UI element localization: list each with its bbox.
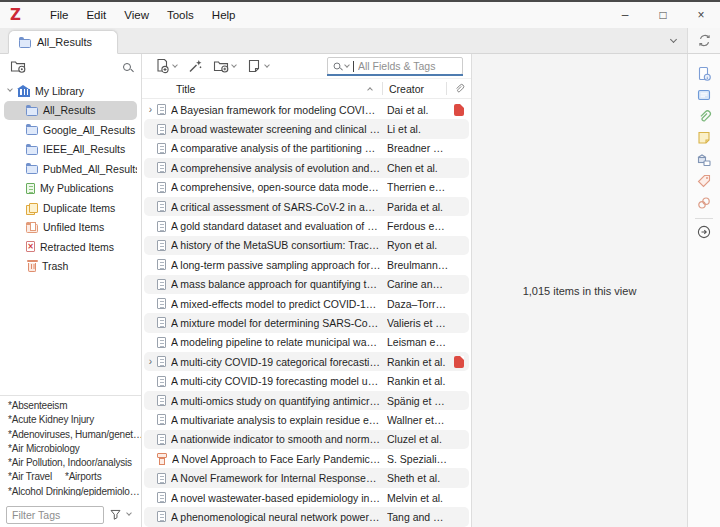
table-row[interactable]: A nationwide indicator to smooth and nor…	[144, 430, 469, 449]
libraries-collections-tab-button[interactable]	[692, 149, 716, 171]
new-item-button[interactable]	[150, 56, 181, 76]
sync-icon	[697, 33, 712, 48]
tag[interactable]: *Air Pollution, Indoor/analysis	[8, 456, 132, 470]
chevron-down-icon	[344, 62, 350, 68]
related-tab-button[interactable]	[692, 192, 716, 214]
sidebar-item[interactable]: My Publications	[4, 179, 137, 199]
table-row[interactable]: A Novel Framework for Internal Responses…	[144, 468, 469, 487]
item-title: A multi-omics study on quantifying antim…	[171, 395, 387, 407]
notes-tab-button[interactable]	[692, 128, 716, 150]
folder-icon	[26, 126, 38, 135]
table-row[interactable]: A Novel Approach to Face Early Pandemics…	[144, 449, 469, 468]
table-row[interactable]: A multi-city COVID-19 categorical foreca…	[144, 352, 469, 371]
menu-item[interactable]: View	[115, 6, 158, 24]
table-row[interactable]: A mixed-effects model to predict COVID-1…	[144, 294, 469, 313]
search-input[interactable]	[358, 60, 457, 72]
search-collections-button[interactable]	[123, 57, 131, 75]
menu-item[interactable]: Edit	[77, 6, 115, 24]
menu-item[interactable]: Tools	[158, 6, 203, 24]
table-row[interactable]: A history of the MetaSUB consortium: Tra…	[144, 236, 469, 255]
new-note-button[interactable]	[242, 56, 273, 76]
tags-tab-button[interactable]	[692, 171, 716, 193]
item-title: A comprehensive analysis of evolution an…	[171, 162, 387, 174]
tag[interactable]: *Air Microbiology	[8, 442, 80, 456]
locate-button[interactable]	[692, 222, 716, 244]
menu-item[interactable]: File	[41, 6, 78, 24]
item-title: A modeling pipeline to relate municipal …	[171, 336, 387, 348]
magic-wand-icon	[187, 58, 203, 74]
expand-chevron[interactable]	[144, 357, 157, 367]
item-creator: Rankin et al.	[387, 356, 448, 368]
table-row[interactable]: A comparative analysis of the partitioni…	[144, 139, 469, 158]
maximize-button[interactable]: □	[644, 2, 682, 28]
table-row[interactable]: A modeling pipeline to relate municipal …	[144, 333, 469, 352]
sidebar-item[interactable]: Trash	[4, 257, 137, 277]
close-button[interactable]: ×	[682, 2, 720, 28]
table-row[interactable]: A Bayesian framework for modeling COVID-…	[144, 100, 469, 119]
text-caret	[353, 61, 354, 72]
sidebar-item-my-library[interactable]: My Library	[4, 81, 137, 101]
column-header-attachment[interactable]	[447, 83, 471, 95]
tag[interactable]: *Adenoviruses, Human/genet…	[8, 428, 141, 442]
tag[interactable]: *Airports	[65, 470, 102, 484]
sidebar-item[interactable]: PubMed_All_Results	[4, 159, 137, 179]
table-row[interactable]: A novel wastewater-based epidemiology in…	[144, 488, 469, 507]
tag[interactable]: *Air Travel	[8, 470, 52, 484]
info-tab-button[interactable]	[692, 63, 716, 85]
table-row[interactable]: A critical assessment of SARS-CoV-2 in a…	[144, 197, 469, 216]
sync-button[interactable]	[687, 28, 720, 53]
table-row[interactable]: A comprehensive analysis of evolution an…	[144, 158, 469, 177]
pdf-attachment-icon	[454, 104, 464, 116]
chevron-down-icon	[669, 35, 676, 42]
new-collection-icon	[10, 58, 26, 74]
sidebar-item[interactable]: Retracted Items	[4, 237, 137, 257]
add-attachment-button[interactable]	[209, 56, 240, 76]
new-item-icon	[154, 58, 170, 74]
sidebar-item[interactable]: IEEE_All_Results	[4, 140, 137, 160]
table-row[interactable]: A broad wastewater screening and clinica…	[144, 119, 469, 138]
table-row[interactable]: A multivariate analysis to explain resid…	[144, 410, 469, 429]
folder-icon	[26, 165, 38, 174]
attachments-tab-button[interactable]	[692, 106, 716, 128]
table-row[interactable]: A gold standard dataset and evaluation o…	[144, 216, 469, 235]
minimize-button[interactable]: –	[606, 2, 644, 28]
sidebar-item-label: Retracted Items	[40, 241, 114, 253]
abstract-tab-button[interactable]	[692, 85, 716, 107]
tab-all-results[interactable]: All_Results	[8, 30, 118, 54]
item-creator: Carine an…	[387, 278, 448, 290]
document-icon	[157, 104, 166, 115]
tag[interactable]: *Alcohol Drinking/epidemiolo…	[8, 485, 140, 496]
column-header-title[interactable]: Title	[142, 83, 382, 95]
new-collection-button[interactable]	[10, 58, 26, 74]
table-row[interactable]: A multi-omics study on quantifying antim…	[144, 391, 469, 410]
sidenav-divider	[695, 218, 713, 219]
document-icon	[157, 434, 166, 445]
tab-list-button[interactable]	[659, 28, 687, 53]
sidebar-item[interactable]: All_Results	[4, 101, 137, 121]
table-row[interactable]: A long-term passive sampling approach fo…	[144, 255, 469, 274]
table-row[interactable]: A multi-city COVID-19 forecasting model …	[144, 371, 469, 390]
tag-filter-icon[interactable]	[109, 508, 122, 521]
sidebar-item[interactable]: Unfiled Items	[4, 218, 137, 238]
add-by-identifier-button[interactable]	[183, 56, 207, 76]
info-icon	[696, 66, 712, 82]
sidebar-item[interactable]: Google_All_Results	[4, 120, 137, 140]
table-row[interactable]: A mass balance approach for quantifying …	[144, 275, 469, 294]
expand-chevron[interactable]	[144, 105, 157, 115]
tag[interactable]: *Absenteeism	[8, 399, 67, 413]
item-creator: Chen et al.	[387, 162, 448, 174]
table-row[interactable]: A mixture model for determining SARS-Cov…	[144, 313, 469, 332]
tag[interactable]: *Acute Kidney Injury	[8, 413, 94, 427]
chevron-down-icon	[231, 62, 237, 68]
chevron-down-icon[interactable]	[126, 510, 132, 516]
item-creator: Breulmann…	[387, 259, 448, 271]
search-box[interactable]	[327, 57, 463, 75]
item-title: A Novel Approach to Face Early Pandemics…	[172, 453, 387, 465]
table-row[interactable]: A phenomenological neural network powere…	[144, 507, 469, 526]
sidebar-item[interactable]: Duplicate Items	[4, 198, 137, 218]
column-header-creator[interactable]: Creator	[383, 83, 446, 95]
menu-item[interactable]: Help	[203, 6, 245, 24]
filter-tags-input[interactable]	[6, 506, 104, 524]
item-title: A critical assessment of SARS-CoV-2 in a…	[171, 201, 387, 213]
table-row[interactable]: A comprehensive, open-source data model …	[144, 178, 469, 197]
